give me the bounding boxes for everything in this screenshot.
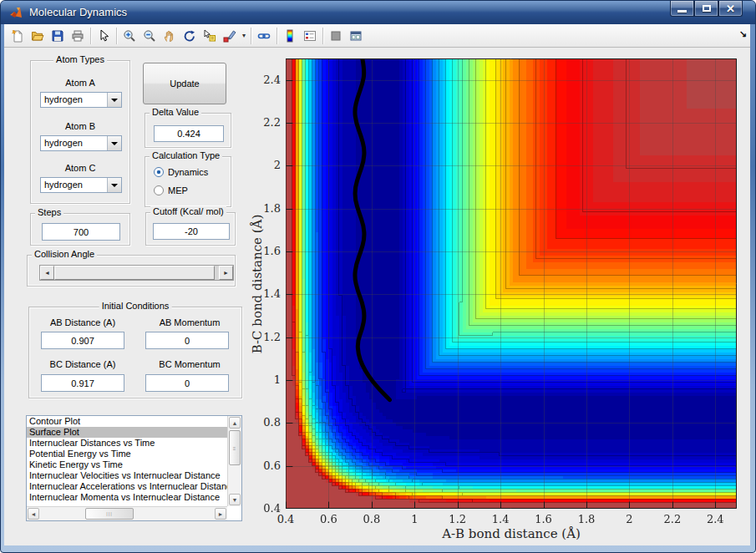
hide-plot-tools-button[interactable] bbox=[326, 26, 346, 46]
bc-distance-field[interactable]: 0.917 bbox=[41, 374, 124, 392]
ab-momentum-label: AB Momentum bbox=[136, 317, 243, 327]
atom-a-label: Atom A bbox=[31, 78, 129, 88]
minimize-button[interactable] bbox=[670, 1, 694, 17]
ab-momentum-field[interactable]: 0 bbox=[145, 332, 229, 349]
matlab-app-icon bbox=[9, 6, 23, 19]
close-button[interactable]: ✕ bbox=[718, 1, 743, 17]
print-button[interactable] bbox=[68, 26, 88, 46]
atom-types-panel: Atom Types Atom A hydrogen Atom B hydrog… bbox=[30, 60, 130, 204]
bc-momentum-field[interactable]: 0 bbox=[145, 374, 229, 392]
open-file-button[interactable] bbox=[28, 26, 48, 46]
show-plot-tools-icon bbox=[349, 29, 363, 43]
y-tick-label: 0.6 bbox=[247, 459, 281, 472]
steps-field[interactable]: 700 bbox=[42, 223, 120, 241]
cutoff-panel: Cutoff (Kcal/ mol) -20 bbox=[145, 212, 236, 246]
x-tick-label: 1.2 bbox=[441, 513, 474, 525]
pan-button[interactable] bbox=[160, 26, 180, 46]
atom-b-combobox[interactable]: hydrogen bbox=[40, 135, 122, 151]
list-item[interactable]: Kinetic Energy vs Time bbox=[27, 459, 227, 470]
vertical-scrollbar[interactable]: ▲ ≡ ▼ bbox=[227, 416, 241, 506]
zoom-in-button[interactable] bbox=[119, 26, 140, 46]
list-item[interactable]: Internuclear Velocities vs Internuclear … bbox=[27, 470, 227, 481]
list-item[interactable]: Potential Energy vs Time bbox=[27, 449, 227, 459]
y-tick-label: 1.8 bbox=[247, 202, 281, 215]
scroll-up-icon[interactable]: ▲ bbox=[229, 417, 241, 429]
cutoff-field[interactable]: -20 bbox=[153, 223, 230, 240]
calculation-type-legend: Calculation Type bbox=[150, 150, 222, 160]
update-button[interactable]: Update bbox=[143, 63, 226, 104]
horizontal-scroll-thumb[interactable]: ||| bbox=[85, 508, 134, 520]
chevron-down-icon[interactable] bbox=[107, 93, 121, 107]
initial-conditions-legend: Initial Conditions bbox=[99, 301, 172, 311]
list-item[interactable]: Surface Plot bbox=[27, 427, 227, 438]
delta-value-field[interactable]: 0.424 bbox=[154, 125, 224, 142]
bc-momentum-label: BC Momentum bbox=[136, 359, 243, 369]
bc-distance-label: BC Distance (A) bbox=[29, 359, 136, 369]
vertical-scroll-thumb[interactable]: ≡ bbox=[229, 430, 241, 465]
slider-left-arrow[interactable]: ◄ bbox=[40, 266, 54, 280]
figure-toolbar: ▾ bbox=[4, 24, 750, 48]
brush-dropdown-caret[interactable]: ▾ bbox=[240, 26, 248, 46]
scroll-left-icon[interactable]: ◄ bbox=[28, 508, 39, 520]
atom-a-combobox[interactable]: hydrogen bbox=[40, 92, 122, 108]
slider-right-arrow[interactable]: ► bbox=[219, 266, 233, 280]
legend-icon bbox=[303, 29, 317, 43]
edit-plot-button[interactable] bbox=[94, 26, 114, 46]
toolbar-separator bbox=[116, 28, 117, 44]
colorbar-icon bbox=[283, 29, 297, 43]
y-tick-label: 2.2 bbox=[247, 116, 281, 129]
collision-angle-slider[interactable]: ◄ ► bbox=[39, 265, 234, 281]
calculation-type-panel: Calculation Type Dynamics MEP bbox=[145, 156, 231, 207]
insert-colorbar-button[interactable] bbox=[280, 26, 300, 46]
slider-thumb[interactable] bbox=[54, 266, 215, 280]
rotate-3d-button[interactable] bbox=[180, 26, 200, 46]
data-cursor-button[interactable] bbox=[200, 26, 220, 46]
insert-legend-button[interactable] bbox=[300, 26, 320, 46]
scroll-right-icon[interactable]: ► bbox=[215, 508, 226, 520]
radio-dynamics[interactable]: Dynamics bbox=[154, 167, 208, 177]
link-icon bbox=[257, 29, 271, 43]
y-tick-label: 2 bbox=[247, 159, 281, 171]
list-item[interactable]: Contour Plot bbox=[27, 416, 227, 427]
figure-area: Atom Types Atom A hydrogen Atom B hydrog… bbox=[4, 48, 750, 545]
y-tick-label: 0.4 bbox=[247, 502, 281, 515]
scroll-down-icon[interactable]: ▼ bbox=[229, 494, 241, 505]
plot-type-listbox[interactable]: Contour PlotSurface PlotInternuclear Dis… bbox=[26, 415, 242, 521]
maximize-button[interactable] bbox=[694, 1, 718, 17]
list-item[interactable]: Internuclear Accelerations vs Internucle… bbox=[27, 481, 227, 492]
data-cursor-icon bbox=[203, 29, 216, 43]
show-plot-tools-button[interactable] bbox=[346, 26, 366, 46]
list-item[interactable]: Internuclear Distances vs Time bbox=[27, 438, 227, 449]
hand-icon bbox=[163, 29, 176, 43]
horizontal-scrollbar[interactable]: ◄ ||| ► bbox=[27, 506, 227, 520]
potential-surface-canvas[interactable] bbox=[286, 58, 737, 509]
atom-c-combobox[interactable]: hydrogen bbox=[40, 177, 122, 193]
x-axis-label: A-B bond distance (Å) bbox=[286, 526, 737, 541]
toolbar-separator bbox=[322, 28, 323, 44]
new-file-icon bbox=[11, 29, 24, 43]
save-button[interactable] bbox=[48, 26, 68, 46]
ab-distance-field[interactable]: 0.907 bbox=[41, 332, 124, 349]
x-tick-label: 2.4 bbox=[698, 513, 732, 525]
new-file-button[interactable] bbox=[8, 26, 28, 46]
list-item[interactable]: Internuclear Momenta vs Internuclear Dis… bbox=[27, 492, 227, 503]
y-tick-label: 1.4 bbox=[247, 287, 281, 300]
toolbar-overflow-arrow[interactable]: ↘ bbox=[739, 28, 747, 39]
chevron-down-icon[interactable] bbox=[107, 178, 121, 192]
toolbar-separator bbox=[277, 28, 277, 44]
save-floppy-icon bbox=[51, 29, 64, 43]
collision-angle-panel: Collision Angle ◄ ► bbox=[27, 255, 236, 287]
radio-mep-label: MEP bbox=[168, 185, 188, 195]
chevron-down-icon[interactable] bbox=[107, 136, 121, 150]
y-tick-label: 1.6 bbox=[247, 245, 281, 257]
zoom-out-button[interactable] bbox=[140, 26, 160, 46]
plot-area: A-B bond distance (Å) B-C bond distance … bbox=[286, 58, 737, 509]
hide-plot-tools-icon bbox=[329, 29, 342, 43]
link-plot-button[interactable] bbox=[254, 26, 274, 46]
brush-button[interactable] bbox=[220, 26, 240, 46]
radio-mep[interactable]: MEP bbox=[154, 185, 188, 195]
y-tick-label: 1 bbox=[247, 373, 281, 386]
window-controls: ✕ bbox=[670, 1, 743, 17]
toolbar-separator bbox=[90, 28, 91, 44]
y-tick-label: 0.8 bbox=[247, 416, 281, 429]
